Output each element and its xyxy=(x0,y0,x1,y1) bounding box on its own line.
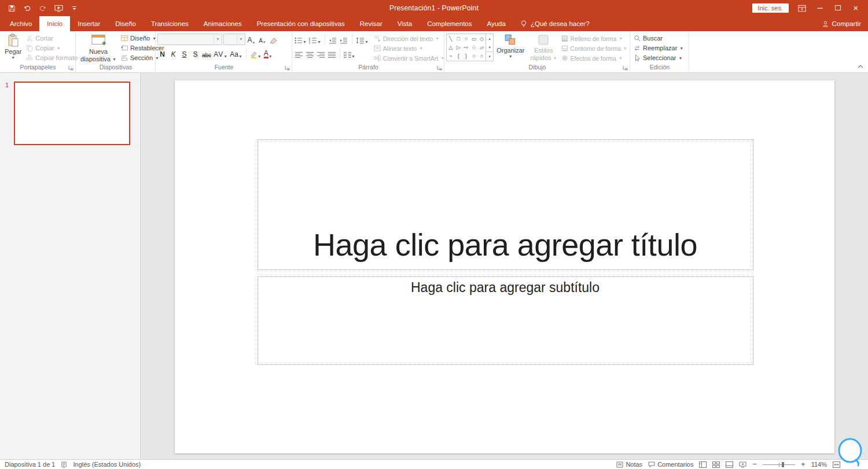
close-button[interactable]: × xyxy=(851,3,860,13)
new-slide-button[interactable]: Nueva diapositiva ▼ xyxy=(78,32,119,62)
normal-view-button[interactable] xyxy=(699,461,707,468)
customize-qat-button[interactable] xyxy=(69,3,79,13)
tab-inicio[interactable]: Inicio xyxy=(39,16,70,31)
shape-icon[interactable]: ○ xyxy=(478,52,486,61)
cut-button[interactable]: Cortar xyxy=(24,34,79,43)
tell-me-box[interactable]: ¿Qué desea hacer? xyxy=(513,16,597,31)
tab-archivo[interactable]: Archivo xyxy=(2,16,39,31)
language-indicator[interactable]: Inglés (Estados Unidos) xyxy=(73,461,141,468)
reading-view-button[interactable] xyxy=(726,461,733,468)
grow-font-button[interactable]: A▲ xyxy=(247,34,256,45)
shape-icon[interactable]: ▱ xyxy=(478,43,486,51)
font-color-button[interactable]: A ▼ xyxy=(263,48,273,60)
slide-sorter-view-button[interactable] xyxy=(712,461,720,468)
gallery-down-button[interactable]: ▼ xyxy=(486,43,493,51)
replace-button[interactable]: Reemplazar ▼ xyxy=(632,43,685,53)
zoom-out-button[interactable]: − xyxy=(752,461,757,468)
shape-icon[interactable]: ▭ xyxy=(470,34,477,43)
gallery-up-button[interactable]: ▲ xyxy=(486,34,493,43)
undo-button[interactable] xyxy=(23,3,32,13)
shape-effects-button[interactable]: Efectos de forma ▼ xyxy=(560,53,629,63)
shape-fill-button[interactable]: Relleno de forma ▼ xyxy=(560,34,629,43)
bullets-button[interactable]: ▼ xyxy=(294,34,307,45)
slide-indicator[interactable]: Diapositiva 1 de 1 xyxy=(5,461,55,468)
title-placeholder[interactable]: Haga clic para agregar título xyxy=(258,139,753,270)
shape-icon[interactable]: } xyxy=(462,52,470,61)
text-shadow-button[interactable]: S xyxy=(190,48,200,60)
maximize-button[interactable] xyxy=(833,3,843,13)
shape-icon[interactable]: ◇ xyxy=(478,34,486,43)
font-dialog-launcher[interactable] xyxy=(285,65,290,72)
copy-button[interactable]: Copiar ▼ xyxy=(24,43,79,53)
shape-icon[interactable]: □ xyxy=(454,34,462,43)
shape-outline-button[interactable]: Contorno de forma ▼ xyxy=(560,43,629,53)
underline-button[interactable]: S xyxy=(179,48,189,60)
paste-button[interactable]: Pegar ▼ xyxy=(2,32,24,60)
shape-icon[interactable]: △ xyxy=(447,43,454,51)
font-name-combo[interactable]: ▼ xyxy=(157,34,222,45)
redo-button[interactable] xyxy=(38,3,47,13)
find-button[interactable]: Buscar xyxy=(632,34,685,43)
quick-styles-button[interactable]: Estilos rápidos ▼ xyxy=(527,32,560,61)
share-button[interactable]: Compartir xyxy=(822,16,861,31)
gallery-more-button[interactable]: ▼ xyxy=(486,51,493,61)
ribbon-display-options-button[interactable] xyxy=(797,3,807,13)
numbering-button[interactable]: ▼ xyxy=(308,34,322,45)
convert-smartart-button[interactable]: Convertir a SmartArt ▼ xyxy=(373,53,446,63)
shape-icon[interactable]: { xyxy=(454,52,462,61)
proofing-status[interactable] xyxy=(61,461,67,468)
collapse-ribbon-button[interactable] xyxy=(859,64,863,69)
align-text-button[interactable]: Alinear texto ▼ xyxy=(373,43,446,53)
clipboard-dialog-launcher[interactable] xyxy=(68,65,73,72)
decrease-indent-button[interactable] xyxy=(328,34,338,45)
align-right-button[interactable] xyxy=(316,48,326,60)
subtitle-placeholder[interactable]: Haga clic para agregar subtítulo xyxy=(258,276,753,365)
tab-diseno[interactable]: Diseño xyxy=(108,16,144,31)
columns-button[interactable]: ▼ xyxy=(343,48,356,60)
text-direction-button[interactable]: Dirección del texto ▼ xyxy=(373,34,446,43)
slideshow-view-button[interactable] xyxy=(739,461,746,468)
tab-transiciones[interactable]: Transiciones xyxy=(144,16,196,31)
start-slideshow-button[interactable] xyxy=(54,3,63,13)
save-button[interactable] xyxy=(7,3,16,13)
tab-vista[interactable]: Vista xyxy=(390,16,420,31)
zoom-in-button[interactable]: + xyxy=(801,461,806,468)
zoom-slider[interactable] xyxy=(763,464,795,465)
shape-icon[interactable]: ⇨ xyxy=(462,43,470,51)
shape-icon[interactable]: ▷ xyxy=(454,43,462,51)
notes-button[interactable]: Notas xyxy=(616,461,642,468)
increase-indent-button[interactable] xyxy=(339,34,349,45)
paragraph-dialog-launcher[interactable] xyxy=(437,65,442,72)
character-spacing-button[interactable]: AV▼ xyxy=(213,48,228,60)
zoom-level[interactable]: 114% xyxy=(811,461,827,468)
comments-button[interactable]: Comentarios xyxy=(648,461,693,468)
arrange-button[interactable]: Organizar ▼ xyxy=(494,32,527,58)
select-button[interactable]: Seleccionar ▼ xyxy=(632,53,685,62)
shape-icon[interactable]: ~ xyxy=(447,52,454,61)
shape-icon[interactable]: ☆ xyxy=(470,43,477,51)
tab-insertar[interactable]: Insertar xyxy=(70,16,108,31)
shape-icon[interactable]: ○ xyxy=(462,34,470,43)
drawing-dialog-launcher[interactable] xyxy=(623,65,628,72)
shrink-font-button[interactable]: A▼ xyxy=(258,34,267,45)
text-highlight-button[interactable]: ▼ xyxy=(249,48,262,60)
strikethrough-button[interactable]: abc xyxy=(201,48,212,60)
format-painter-button[interactable]: Copiar formato xyxy=(24,53,79,62)
line-spacing-button[interactable]: ▼ xyxy=(355,34,369,45)
italic-button[interactable]: K xyxy=(168,48,178,60)
sign-in-button[interactable]: Inic. ses. xyxy=(752,3,789,13)
tab-complementos[interactable]: Complementos xyxy=(420,16,479,31)
justify-button[interactable] xyxy=(327,48,337,60)
change-case-button[interactable]: Aa▼ xyxy=(229,48,243,60)
tab-revisar[interactable]: Revisar xyxy=(352,16,390,31)
shape-icon[interactable]: ╲ xyxy=(447,34,454,43)
bold-button[interactable]: N xyxy=(157,48,167,60)
zoom-slider-thumb[interactable] xyxy=(782,462,784,467)
minimize-button[interactable]: ─ xyxy=(815,3,825,13)
slide-thumbnail[interactable] xyxy=(14,82,130,145)
tab-animaciones[interactable]: Animaciones xyxy=(196,16,249,31)
slide[interactable]: Haga clic para agregar título Haga clic … xyxy=(175,80,834,453)
font-size-combo[interactable]: ▼ xyxy=(223,34,245,45)
tab-presentacion[interactable]: Presentación con diapositivas xyxy=(249,16,352,31)
align-center-button[interactable] xyxy=(305,48,315,60)
